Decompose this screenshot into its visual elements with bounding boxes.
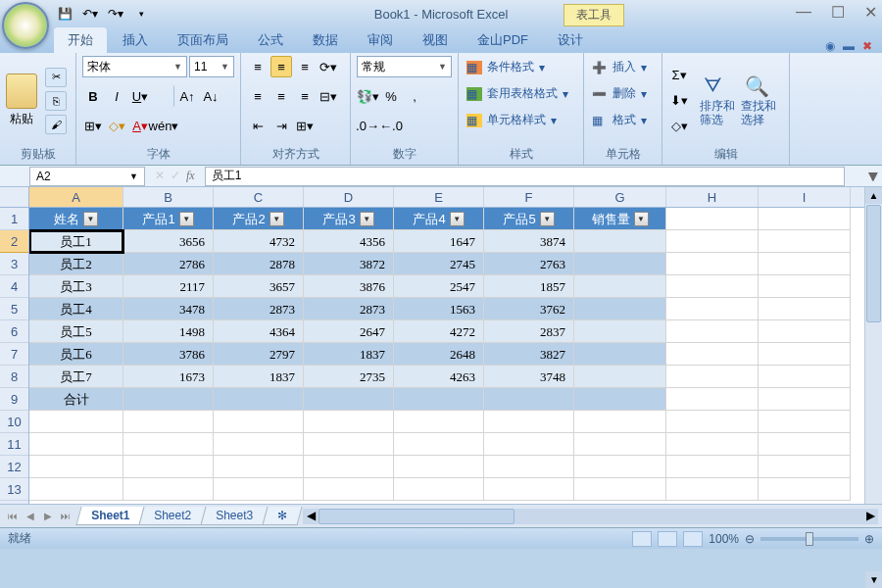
- column-header[interactable]: C: [214, 187, 304, 207]
- ribbon-close-icon[interactable]: ✖: [862, 39, 872, 53]
- row-header[interactable]: 6: [0, 320, 28, 343]
- close-button[interactable]: ✕: [864, 3, 877, 22]
- cell[interactable]: [123, 433, 214, 456]
- cell[interactable]: [574, 456, 666, 478]
- undo-icon[interactable]: ↶▾: [79, 4, 101, 24]
- cell[interactable]: 3656: [123, 230, 214, 253]
- cell[interactable]: [759, 433, 851, 456]
- cell[interactable]: [759, 366, 851, 388]
- cell[interactable]: 员工5: [29, 320, 123, 343]
- tab-pdf[interactable]: 金山PDF: [464, 27, 542, 53]
- cell[interactable]: 2797: [214, 343, 304, 366]
- cell[interactable]: [123, 478, 214, 501]
- cell[interactable]: [484, 388, 574, 411]
- cell[interactable]: 4364: [214, 320, 304, 343]
- filter-dropdown-icon[interactable]: ▼: [450, 212, 465, 226]
- vertical-scrollbar[interactable]: ▲ ▼: [864, 187, 882, 504]
- decrease-indent-button[interactable]: ⇤: [247, 115, 269, 136]
- percent-button[interactable]: %: [380, 85, 402, 107]
- clear-button[interactable]: ◇▾: [668, 116, 690, 137]
- row-header[interactable]: 11: [0, 433, 28, 456]
- row-header[interactable]: 7: [0, 343, 28, 366]
- cell[interactable]: 产品1▼: [123, 208, 214, 230]
- grow-font-button[interactable]: A↑: [176, 85, 198, 107]
- maximize-button[interactable]: ☐: [831, 3, 845, 22]
- office-button[interactable]: [2, 2, 49, 49]
- sheet-tab[interactable]: Sheet1: [75, 507, 144, 525]
- cell[interactable]: 2837: [484, 320, 574, 343]
- cell[interactable]: [574, 343, 666, 366]
- cell[interactable]: [214, 478, 304, 501]
- filter-dropdown-icon[interactable]: ▼: [179, 212, 194, 226]
- cell[interactable]: [666, 343, 759, 366]
- column-header[interactable]: H: [666, 187, 759, 207]
- last-sheet-icon[interactable]: ⏭: [57, 511, 74, 521]
- sheet-tab[interactable]: Sheet3: [201, 507, 269, 525]
- zoom-in-button[interactable]: ⊕: [864, 532, 874, 546]
- cell[interactable]: 1563: [394, 298, 484, 320]
- cell[interactable]: [304, 388, 394, 411]
- tab-review[interactable]: 审阅: [354, 27, 407, 53]
- cell[interactable]: [759, 411, 851, 433]
- fx-icon[interactable]: fx: [186, 169, 195, 183]
- cell[interactable]: 产品5▼: [484, 208, 574, 230]
- cell[interactable]: 员工4: [29, 298, 123, 320]
- cell[interactable]: 合计: [29, 388, 123, 411]
- cell[interactable]: 1837: [304, 343, 394, 366]
- expand-formula-icon[interactable]: ⯆: [864, 170, 882, 183]
- column-header[interactable]: A: [29, 187, 123, 207]
- format-as-table-button[interactable]: ▦套用表格格式 ▾: [465, 82, 577, 105]
- cell[interactable]: [759, 208, 851, 230]
- column-header[interactable]: D: [304, 187, 394, 207]
- tab-layout[interactable]: 页面布局: [164, 27, 242, 53]
- sort-filter-button[interactable]: ᗊ 排序和 筛选: [700, 74, 735, 125]
- cell[interactable]: 2763: [484, 253, 574, 275]
- cell[interactable]: 2117: [123, 275, 214, 298]
- cell[interactable]: 2786: [123, 253, 214, 275]
- cell[interactable]: 2878: [214, 253, 304, 275]
- select-all-corner[interactable]: [0, 187, 28, 208]
- font-name-combo[interactable]: 宋体▼: [82, 56, 187, 77]
- shrink-font-button[interactable]: A↓: [200, 85, 221, 107]
- cell[interactable]: 4732: [214, 230, 304, 253]
- align-top-button[interactable]: ≡: [247, 56, 269, 77]
- cell[interactable]: [759, 230, 851, 253]
- cell[interactable]: [304, 433, 394, 456]
- underline-button[interactable]: U▾: [129, 85, 151, 107]
- cell[interactable]: [574, 253, 666, 275]
- font-size-combo[interactable]: 11▼: [189, 56, 234, 77]
- cell[interactable]: 产品2▼: [214, 208, 304, 230]
- cell[interactable]: [574, 366, 666, 388]
- cell[interactable]: [29, 478, 123, 501]
- row-header[interactable]: 10: [0, 411, 28, 433]
- name-box[interactable]: A2▼: [29, 167, 145, 186]
- column-header[interactable]: F: [484, 187, 574, 207]
- first-sheet-icon[interactable]: ⏮: [4, 511, 22, 521]
- cell[interactable]: [759, 275, 851, 298]
- save-icon[interactable]: 💾: [54, 4, 75, 24]
- tab-view[interactable]: 视图: [409, 27, 462, 53]
- cell[interactable]: 1857: [484, 275, 574, 298]
- cell[interactable]: [574, 388, 666, 411]
- cell[interactable]: [214, 456, 304, 478]
- cell[interactable]: 员工2: [29, 253, 123, 275]
- cut-icon[interactable]: ✂: [45, 68, 67, 87]
- cell[interactable]: 员工1: [29, 230, 123, 253]
- cell[interactable]: [666, 275, 759, 298]
- cell[interactable]: [666, 230, 759, 253]
- cell-styles-button[interactable]: ▦单元格样式 ▾: [465, 109, 577, 131]
- cell[interactable]: [666, 411, 759, 433]
- cell[interactable]: 3874: [484, 230, 574, 253]
- cell[interactable]: [214, 388, 304, 411]
- cell[interactable]: 2745: [394, 253, 484, 275]
- cell[interactable]: [759, 478, 851, 501]
- cell[interactable]: [123, 456, 214, 478]
- cell[interactable]: [666, 388, 759, 411]
- cell[interactable]: [666, 298, 759, 320]
- format-cells-button[interactable]: ▦格式 ▾: [590, 109, 656, 131]
- phonetic-button[interactable]: wén▾: [153, 115, 174, 136]
- scroll-down-icon[interactable]: ▼: [865, 571, 882, 588]
- page-layout-view-button[interactable]: [658, 531, 677, 547]
- enter-icon[interactable]: ✓: [171, 169, 180, 183]
- increase-decimal-button[interactable]: .0→: [357, 115, 378, 136]
